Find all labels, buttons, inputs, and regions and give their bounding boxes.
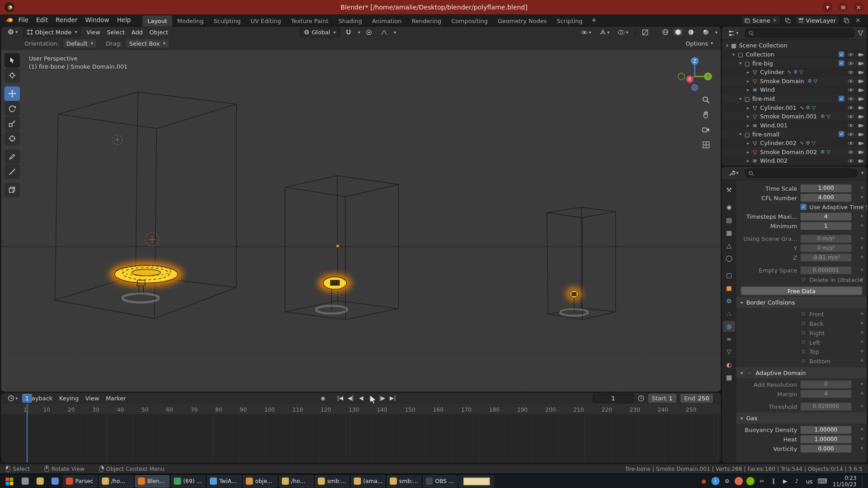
filter-funnel-icon[interactable]	[858, 30, 863, 36]
outliner-row[interactable]: ▸ ▽ Cylinder.002 ∿ ⚙ ▽ ✓	[722, 138, 867, 147]
collection-checkbox[interactable]: ✓	[839, 131, 844, 137]
property-row[interactable]: ▾ Front Front Front	[736, 309, 867, 319]
playhead-line[interactable]	[27, 404, 28, 463]
constraints-tab[interactable]: ∞	[723, 333, 735, 345]
unlink-scene-icon[interactable]: ×	[773, 17, 777, 23]
outliner-row[interactable]: ▾ ▢ fire-small ✓	[722, 130, 867, 139]
menu-item[interactable]: Window	[81, 14, 113, 26]
animate-dot-icon[interactable]	[861, 392, 863, 394]
property-value-field[interactable]: 0.000001	[801, 266, 852, 274]
animate-dot-icon[interactable]	[861, 215, 863, 217]
hide-eye-icon[interactable]	[848, 149, 854, 154]
expand-arrow-icon[interactable]: ▸	[745, 114, 751, 119]
property-value-field[interactable]: 4	[801, 389, 852, 397]
snap-dropdown-icon[interactable]: ▾	[358, 30, 360, 35]
property-row[interactable]: ▾ Gas Gas Gas	[736, 413, 867, 424]
taskbar-app-button[interactable]: (69) ...	[171, 475, 205, 487]
property-checkbox-row[interactable]: Bottom	[801, 357, 852, 364]
animate-dot-icon[interactable]	[861, 331, 863, 333]
properties-search-input[interactable]	[745, 169, 858, 178]
property-checkbox-row[interactable]: Left	[801, 339, 852, 346]
animate-dot-icon[interactable]	[861, 360, 863, 362]
next-keyframe-button[interactable]: |▶	[377, 393, 387, 403]
menu-item[interactable]: Help	[113, 14, 135, 26]
property-row[interactable]: ▾ Delete in Obstacle Delete in Obstacle …	[736, 275, 867, 284]
hide-eye-icon[interactable]	[848, 114, 854, 119]
flame-mid[interactable]	[316, 274, 351, 314]
menu-item[interactable]: File	[14, 14, 33, 26]
proportional-editing-icon[interactable]	[362, 27, 375, 37]
property-row[interactable]: ▾ Y 0 m/s² Y Y	[736, 243, 867, 253]
property-checkbox-row[interactable]: Right	[801, 329, 852, 336]
property-row[interactable]: ▾	[736, 398, 867, 401]
outliner-item-label[interactable]: Smoke Domain	[760, 78, 804, 84]
outliner-item-label[interactable]: Smoke Domain.002	[760, 149, 817, 155]
empty-objects[interactable]	[113, 135, 339, 247]
property-value-field[interactable]: 1	[801, 222, 852, 230]
window-titlebar[interactable]: Blender* [/home/amalie/Desktop/blender/p…	[0, 0, 868, 14]
animate-dot-icon[interactable]	[861, 312, 863, 314]
workspace-tab[interactable]: Texture Paint	[286, 15, 334, 27]
animate-dot-icon[interactable]	[861, 405, 863, 407]
property-row[interactable]: ▾ Right Right Right	[736, 328, 867, 338]
outliner-item-label[interactable]: Wind	[760, 86, 774, 93]
new-viewlayer-icon[interactable]	[842, 16, 851, 25]
keyboard-layout-icon[interactable]: ⌨	[818, 477, 827, 485]
taskbar-app-button[interactable]: Blen...	[135, 475, 170, 487]
transform-orientation-dropdown[interactable]: Global ▾	[300, 28, 340, 37]
overlays-dropdown[interactable]: ▾	[614, 27, 632, 37]
workspace-tab[interactable]: Animation	[367, 15, 407, 27]
output-tab[interactable]: ▤	[723, 214, 735, 225]
viewport-canvas[interactable]: User Perspective (1) fire-bone | Smoke D…	[1, 50, 721, 391]
outliner-item-label[interactable]: Scene Collection	[739, 42, 788, 49]
frame-start-field[interactable]: Start1	[648, 394, 676, 403]
hide-eye-icon[interactable]	[848, 78, 854, 83]
new-scene-icon[interactable]	[783, 16, 792, 25]
shading-dropdown-icon[interactable]: ▾	[715, 30, 717, 35]
playhead[interactable]: 1	[22, 394, 32, 403]
expand-arrow-icon[interactable]: ▾	[737, 61, 743, 66]
property-checkbox-row[interactable]: Front	[801, 310, 852, 317]
outliner-item-label[interactable]: fire-mid	[752, 95, 775, 102]
animate-dot-icon[interactable]	[861, 322, 863, 324]
tool-measure[interactable]	[5, 164, 20, 179]
photos-icon[interactable]	[48, 474, 61, 488]
material-tab[interactable]: ◐	[723, 359, 735, 370]
animate-dot-icon[interactable]	[861, 428, 863, 431]
show-desktop-button[interactable]	[862, 474, 865, 488]
collection-checkbox[interactable]: ✓	[839, 96, 844, 101]
menu-item[interactable]: Edit	[33, 14, 52, 26]
tool-move[interactable]	[5, 86, 20, 101]
viewport-menu-item[interactable]: Add	[128, 27, 146, 37]
view-axis-gizmo[interactable]: Z Y X	[676, 54, 713, 91]
workspace-tab[interactable]: Modeling	[172, 15, 209, 27]
play-reverse-button[interactable]: ◀	[357, 393, 366, 403]
gizmos-dropdown[interactable]: ▾	[596, 27, 613, 37]
property-row[interactable]: ▾ Buoyancy Density 1.00000 Buoyancy Dens…	[736, 425, 867, 434]
render-camera-icon[interactable]	[858, 52, 864, 57]
outliner-item-label[interactable]: fire-big	[752, 60, 773, 66]
workspace-tab[interactable]: Rendering	[407, 15, 447, 27]
viewlayer-tab[interactable]: ▦	[723, 227, 735, 239]
render-camera-icon[interactable]	[858, 78, 864, 83]
property-row[interactable]: ▾	[736, 230, 867, 234]
tool-annotate[interactable]	[5, 150, 20, 164]
volume-icon[interactable]: ♪	[793, 477, 801, 485]
camera-view-icon[interactable]	[700, 124, 711, 136]
timeline-menu-item[interactable]: View	[82, 393, 102, 403]
taskbar-clock[interactable]: 0:23 11/10/23	[830, 475, 859, 488]
geforce-icon[interactable]	[746, 477, 754, 485]
viewport-menu-item[interactable]: Select	[104, 27, 128, 37]
property-row[interactable]: ▾ Free Data Free Data Free Data	[736, 286, 867, 296]
jump-end-button[interactable]: ▶|	[388, 393, 397, 403]
ortho-grid-icon[interactable]	[700, 139, 711, 150]
expand-arrow-icon[interactable]: ▸	[745, 158, 751, 163]
render-camera-icon[interactable]	[858, 61, 864, 66]
animate-dot-icon[interactable]	[861, 437, 863, 440]
animate-dot-icon[interactable]	[861, 187, 863, 189]
task-view-icon[interactable]	[18, 474, 31, 488]
animate-dot-icon[interactable]	[861, 196, 863, 198]
taskbar-app-button[interactable]: TwiA...	[207, 475, 241, 487]
outliner-item-label[interactable]: fire-small	[752, 131, 779, 137]
property-row[interactable]: ▾ Heat 1.00000 Heat Heat	[736, 434, 867, 444]
